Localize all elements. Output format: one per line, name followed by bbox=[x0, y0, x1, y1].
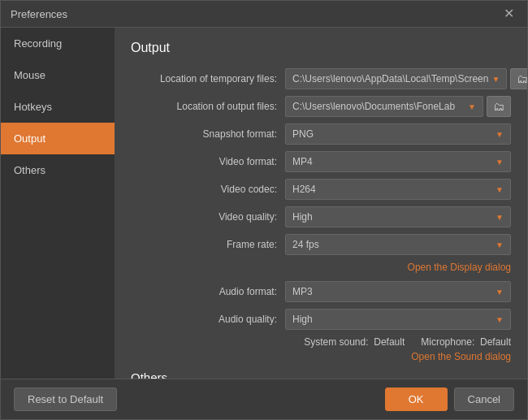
snapshot-format-row: Snapshot format: PNG ▼ bbox=[131, 123, 511, 145]
audio-quality-row: Audio quality: High ▼ bbox=[131, 309, 511, 330]
audio-format-value: MP3 bbox=[292, 286, 313, 297]
video-codec-dropdown[interactable]: H264 ▼ bbox=[285, 179, 511, 200]
video-codec-value: H264 bbox=[292, 184, 316, 195]
temp-files-browse[interactable]: 🗂 bbox=[510, 68, 527, 89]
temp-files-arrow: ▼ bbox=[491, 75, 500, 84]
output-files-dropdown[interactable]: C:\Users\lenovo\Documents\FoneLab ▼ bbox=[285, 96, 483, 117]
temp-files-value: C:\Users\lenovo\AppData\Local\Temp\Scree… bbox=[292, 73, 488, 84]
snapshot-format-arrow: ▼ bbox=[496, 130, 504, 139]
sidebar-item-others[interactable]: Others bbox=[1, 154, 115, 186]
audio-quality-dropdown[interactable]: High ▼ bbox=[285, 309, 511, 330]
temp-files-label: Location of temporary files: bbox=[131, 73, 285, 84]
sidebar-item-output[interactable]: Output bbox=[1, 123, 115, 154]
sidebar: Recording Mouse Hotkeys Output Others bbox=[1, 28, 115, 379]
preferences-dialog: Preferences ✕ Recording Mouse Hotkeys Ou… bbox=[0, 0, 528, 420]
system-sound-label: System sound: Default bbox=[304, 336, 405, 348]
video-format-dropdown[interactable]: MP4 ▼ bbox=[285, 151, 511, 172]
video-quality-control: High ▼ bbox=[285, 206, 511, 227]
cancel-button[interactable]: Cancel bbox=[454, 388, 514, 411]
frame-rate-control: 24 fps ▼ bbox=[285, 234, 511, 255]
audio-quality-control: High ▼ bbox=[285, 309, 511, 330]
right-buttons: OK Cancel bbox=[385, 388, 514, 411]
audio-format-row: Audio format: MP3 ▼ bbox=[131, 281, 511, 302]
video-quality-row: Video quality: High ▼ bbox=[131, 206, 511, 227]
audio-format-arrow: ▼ bbox=[496, 288, 504, 297]
snapshot-format-dropdown[interactable]: PNG ▼ bbox=[285, 123, 511, 145]
audio-quality-value: High bbox=[292, 314, 313, 325]
temp-files-control: C:\Users\lenovo\AppData\Local\Temp\Scree… bbox=[285, 68, 527, 89]
close-button[interactable]: ✕ bbox=[500, 7, 517, 20]
microphone-label: Microphone: Default bbox=[421, 336, 511, 348]
open-display-dialog-link[interactable]: Open the Display dialog bbox=[408, 262, 511, 273]
output-files-row: Location of output files: C:\Users\lenov… bbox=[131, 96, 511, 117]
reset-button[interactable]: Reset to Default bbox=[14, 388, 117, 411]
video-quality-arrow: ▼ bbox=[496, 213, 504, 222]
output-section-title: Output bbox=[131, 41, 511, 55]
output-files-arrow: ▼ bbox=[468, 102, 476, 111]
sound-link-row: Open the Sound dialog bbox=[131, 351, 511, 362]
video-format-control: MP4 ▼ bbox=[285, 151, 511, 172]
open-sound-dialog-link[interactable]: Open the Sound dialog bbox=[411, 351, 511, 362]
snapshot-format-value: PNG bbox=[292, 128, 314, 140]
sidebar-item-mouse[interactable]: Mouse bbox=[1, 59, 115, 91]
video-codec-row: Video codec: H264 ▼ bbox=[131, 179, 511, 200]
snapshot-format-label: Snapshot format: bbox=[131, 128, 285, 140]
frame-rate-value: 24 fps bbox=[292, 239, 319, 250]
output-files-label: Location of output files: bbox=[131, 101, 285, 112]
video-format-arrow: ▼ bbox=[496, 158, 504, 167]
video-codec-arrow: ▼ bbox=[496, 185, 504, 194]
video-codec-control: H264 ▼ bbox=[285, 179, 511, 200]
display-link-row: Open the Display dialog bbox=[131, 262, 511, 273]
frame-rate-arrow: ▼ bbox=[496, 240, 504, 249]
output-files-control: C:\Users\lenovo\Documents\FoneLab ▼ 🗂 bbox=[285, 96, 511, 117]
video-quality-dropdown[interactable]: High ▼ bbox=[285, 206, 511, 227]
video-codec-label: Video codec: bbox=[131, 184, 285, 195]
audio-format-dropdown[interactable]: MP3 ▼ bbox=[285, 281, 511, 302]
sound-info-row: System sound: Default Microphone: Defaul… bbox=[131, 336, 511, 348]
video-quality-value: High bbox=[292, 211, 313, 223]
snapshot-format-control: PNG ▼ bbox=[285, 123, 511, 145]
output-files-value: C:\Users\lenovo\Documents\FoneLab bbox=[292, 101, 455, 112]
content-area: Output Location of temporary files: C:\U… bbox=[115, 28, 527, 379]
audio-quality-label: Audio quality: bbox=[131, 314, 285, 325]
others-section-title: Others bbox=[131, 370, 511, 379]
temp-files-dropdown[interactable]: C:\Users\lenovo\AppData\Local\Temp\Scree… bbox=[285, 68, 507, 89]
sidebar-item-recording[interactable]: Recording bbox=[1, 28, 115, 59]
frame-rate-row: Frame rate: 24 fps ▼ bbox=[131, 234, 511, 255]
video-format-label: Video format: bbox=[131, 156, 285, 167]
temp-files-row: Location of temporary files: C:\Users\le… bbox=[131, 68, 511, 89]
video-format-value: MP4 bbox=[292, 156, 313, 167]
video-format-row: Video format: MP4 ▼ bbox=[131, 151, 511, 172]
video-quality-label: Video quality: bbox=[131, 211, 285, 223]
sidebar-item-hotkeys[interactable]: Hotkeys bbox=[1, 91, 115, 123]
frame-rate-dropdown[interactable]: 24 fps ▼ bbox=[285, 234, 511, 255]
title-bar: Preferences ✕ bbox=[1, 1, 527, 28]
output-files-browse[interactable]: 🗂 bbox=[487, 96, 511, 117]
frame-rate-label: Frame rate: bbox=[131, 239, 285, 250]
audio-quality-arrow: ▼ bbox=[496, 315, 504, 324]
ok-button[interactable]: OK bbox=[385, 388, 448, 411]
audio-format-control: MP3 ▼ bbox=[285, 281, 511, 302]
audio-format-label: Audio format: bbox=[131, 286, 285, 297]
bottom-bar: Reset to Default OK Cancel bbox=[1, 379, 527, 419]
dialog-title: Preferences bbox=[11, 8, 67, 20]
main-content: Recording Mouse Hotkeys Output Others Ou… bbox=[1, 28, 527, 379]
